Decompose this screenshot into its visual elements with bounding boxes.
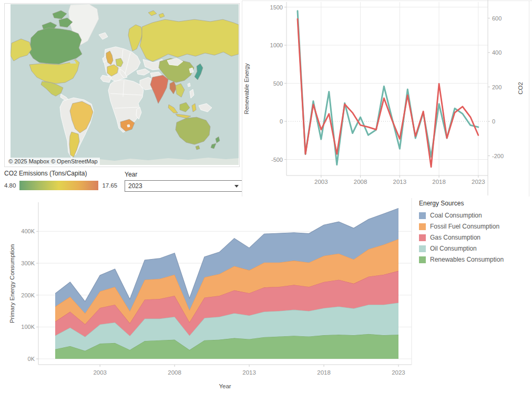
legend-swatch-icon bbox=[419, 256, 426, 263]
line-series-renewable-energy[interactable] bbox=[298, 11, 478, 165]
map-attribution: © 2025 Mapbox © OpenStreetMap bbox=[6, 158, 100, 165]
legend-label: Fossil Fuel Consumption bbox=[430, 223, 499, 230]
dropdown-caret-icon[interactable] bbox=[234, 185, 239, 188]
tick-label: 200 bbox=[492, 84, 502, 90]
legend-label: Gas Consumption bbox=[430, 234, 480, 241]
tick-label: 400K bbox=[21, 228, 35, 234]
tick-label: 0K bbox=[28, 356, 35, 362]
year-filter: Year 2023 bbox=[125, 171, 242, 192]
tick-label: 300K bbox=[21, 260, 35, 266]
tick-label: 2003 bbox=[93, 369, 107, 376]
tick-label: -500 bbox=[271, 157, 283, 163]
line-series-co2[interactable] bbox=[298, 19, 478, 167]
tick-label: 2013 bbox=[393, 179, 407, 185]
legend-label: Oil Consumption bbox=[430, 245, 477, 252]
legend-swatch-icon bbox=[419, 223, 426, 230]
tick-label: -200 bbox=[492, 153, 504, 159]
tick-label: 2003 bbox=[314, 179, 328, 185]
area-y-axis-title: Primary Energy Consumption bbox=[9, 244, 15, 323]
co2-gradient-bar bbox=[19, 181, 98, 190]
tick-label: 400 bbox=[492, 49, 502, 56]
year-filter-label: Year bbox=[125, 171, 242, 178]
co2-legend-title: CO2 Emissions (Tons/Capita) bbox=[4, 170, 117, 177]
year-dropdown-value: 2023 bbox=[128, 182, 142, 190]
tick-label: 500 bbox=[273, 80, 283, 87]
area-x-axis-title: Year bbox=[219, 383, 231, 389]
map-panel: © 2025 Mapbox © OpenStreetMap bbox=[4, 3, 240, 167]
country-canada[interactable] bbox=[29, 28, 82, 64]
energy-legend-items: Coal ConsumptionFossil Fuel ConsumptionG… bbox=[419, 212, 532, 263]
co2-color-legend: CO2 Emissions (Tons/Capita) 4.80 17.65 bbox=[4, 170, 117, 190]
tick-label: 2018 bbox=[432, 179, 446, 185]
renewable-co2-line-chart: 20032008201320182023150010005000-5006004… bbox=[242, 0, 532, 197]
legend-item-oil-consumption[interactable]: Oil Consumption bbox=[419, 245, 532, 252]
legend-label: Renewables Consumption bbox=[430, 256, 504, 263]
tick-label: 2023 bbox=[472, 179, 485, 185]
legend-item-fossil-fuel-consumption[interactable]: Fossil Fuel Consumption bbox=[419, 223, 532, 230]
co2-gradient-row: 4.80 17.65 bbox=[4, 181, 117, 190]
tick-label: 2023 bbox=[392, 369, 405, 376]
legend-item-renewables-consumption[interactable]: Renewables Consumption bbox=[419, 256, 532, 263]
left-axis-title: Renewable Energy bbox=[243, 63, 250, 114]
tick-label: 2008 bbox=[354, 179, 367, 185]
tick-label: 2008 bbox=[168, 369, 181, 376]
country-lesotho[interactable] bbox=[127, 125, 130, 127]
tick-label: 1500 bbox=[270, 4, 283, 11]
legend-label: Coal Consumption bbox=[430, 212, 482, 219]
year-dropdown[interactable]: 2023 bbox=[125, 180, 242, 192]
legend-item-gas-consumption[interactable]: Gas Consumption bbox=[419, 234, 532, 241]
tick-label: 200K bbox=[21, 292, 35, 298]
legend-item-coal-consumption[interactable]: Coal Consumption bbox=[419, 212, 532, 219]
world-map[interactable] bbox=[11, 4, 239, 165]
tick-label: 1000 bbox=[270, 42, 283, 48]
co2-legend-min: 4.80 bbox=[4, 182, 16, 189]
tick-label: 2018 bbox=[317, 369, 331, 376]
legend-swatch-icon bbox=[419, 234, 426, 241]
legend-swatch-icon bbox=[419, 245, 426, 252]
legend-swatch-icon bbox=[419, 212, 426, 219]
tick-label: 100K bbox=[21, 324, 35, 330]
tick-label: 0 bbox=[280, 118, 283, 125]
energy-sources-legend: Energy Sources Coal ConsumptionFossil Fu… bbox=[419, 200, 532, 267]
tick-label: 0 bbox=[492, 118, 495, 125]
tick-label: 600 bbox=[492, 15, 502, 22]
co2-legend-max: 17.65 bbox=[102, 182, 117, 189]
right-axis-title: CO2 bbox=[517, 82, 524, 95]
tick-label: 2013 bbox=[242, 369, 256, 376]
energy-legend-title: Energy Sources bbox=[419, 200, 532, 207]
